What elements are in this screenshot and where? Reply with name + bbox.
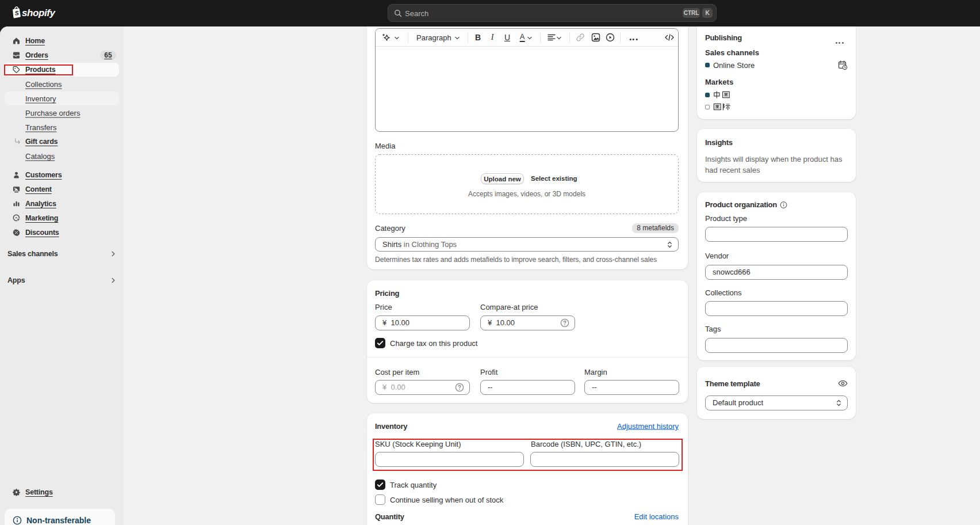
svg-text:S: S [14,9,19,17]
